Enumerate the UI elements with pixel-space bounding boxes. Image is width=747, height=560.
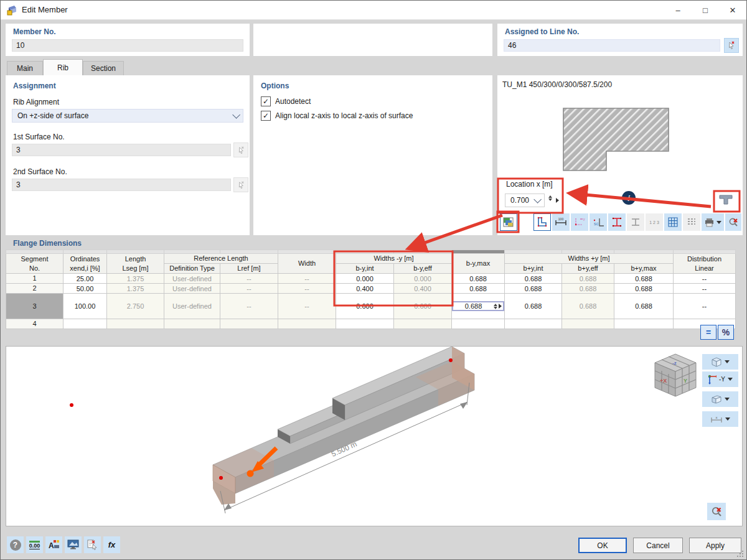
print-button[interactable] [702, 213, 724, 231]
close-button[interactable]: ✕ [719, 1, 746, 19]
cell: User-defined [164, 284, 220, 294]
minimize-button[interactable]: – [664, 1, 692, 19]
info-icon[interactable]: i [622, 191, 636, 205]
select-line-button[interactable] [724, 38, 739, 53]
cancel-button[interactable]: Cancel [633, 538, 683, 553]
row-header[interactable]: 1 [6, 274, 63, 284]
cell[interactable] [336, 319, 394, 329]
cell[interactable]: 0.688 [452, 274, 505, 284]
section-view-button[interactable] [702, 391, 738, 407]
cell[interactable]: 0.688 [614, 284, 674, 294]
cell[interactable]: 0.688 [505, 284, 562, 294]
cell[interactable]: 0.688 [614, 274, 674, 284]
section-parts-button[interactable] [627, 213, 644, 231]
equal-widths-button[interactable]: = [700, 325, 716, 340]
percent-button[interactable]: % [718, 325, 734, 340]
row-header[interactable]: 2 [6, 284, 63, 294]
display-properties-button[interactable]: A [45, 536, 62, 553]
cell[interactable] [452, 319, 505, 329]
align-z-checkbox[interactable] [261, 111, 271, 121]
view-mode-button[interactable] [702, 354, 738, 370]
section-outline-button[interactable] [533, 213, 551, 231]
axes-icon: y [574, 217, 585, 228]
chevron-down-icon [533, 195, 542, 203]
title-bar [1, 1, 746, 20]
cell-editing[interactable]: 0.688 [452, 294, 505, 319]
col-b-my-max: b-y,max [452, 254, 505, 274]
b-y-max-edit-cell[interactable]: 0.688 [452, 301, 504, 311]
cell: -- [220, 294, 278, 319]
rib-alignment-select[interactable]: On +z-side of surface [12, 109, 243, 123]
screen-capture-button[interactable] [65, 536, 82, 553]
view-direction-button[interactable]: -Y [702, 371, 738, 387]
formula-button[interactable]: fx [103, 536, 120, 553]
cell: 0.688 [562, 294, 614, 319]
cell[interactable]: 25.00 [63, 274, 107, 284]
row-header-selected[interactable]: 3 [6, 294, 63, 319]
cell[interactable]: 0.688 [614, 294, 674, 319]
decimals-icon: 0.00 [29, 541, 40, 549]
align-z-label: Align local z-axis to local z-axis of su… [275, 111, 413, 120]
ok-button[interactable]: OK [578, 538, 627, 553]
apply-button[interactable]: Apply [689, 538, 741, 553]
maximize-icon: □ [703, 6, 708, 15]
minimize-icon: – [675, 6, 680, 15]
numbering-button[interactable]: 1 2 3 [646, 213, 663, 231]
zoom-reset-button[interactable] [725, 213, 741, 231]
table-grid-button[interactable] [664, 213, 682, 231]
local-axes-button[interactable]: y [571, 213, 588, 231]
surface1-pick-button[interactable] [233, 142, 248, 157]
tab-rib[interactable]: Rib [43, 59, 83, 75]
tab-section[interactable]: Section [83, 61, 124, 75]
units-decimals-button[interactable]: 0.00 [26, 536, 43, 553]
viewport-zoom-reset-button[interactable] [707, 503, 726, 520]
member-no-field[interactable]: 10 [12, 39, 243, 52]
cell[interactable]: 0.600 [336, 294, 394, 319]
cell: 0.400 [394, 284, 452, 294]
x-dimension-icon: x [710, 415, 723, 424]
cell[interactable] [63, 319, 107, 329]
help-button[interactable]: ? [7, 536, 24, 553]
navigation-cube[interactable]: -z +X Y [651, 352, 700, 400]
surface2-pick-button[interactable] [233, 177, 248, 192]
ok-label: OK [597, 541, 608, 550]
cell[interactable] [505, 319, 562, 329]
assigned-line-field[interactable]: 46 [504, 39, 720, 52]
dimension-display-button[interactable]: x [702, 411, 738, 427]
cell[interactable]: 0.000 [336, 274, 394, 284]
surface1-field[interactable]: 3 [12, 144, 231, 156]
section-title: TU_M1 450/300/0/300/587.5/200 [502, 80, 612, 89]
cell[interactable]: 0.688 [505, 294, 562, 319]
cell-stepper[interactable] [494, 304, 497, 309]
location-x-next-arrow[interactable] [556, 198, 559, 203]
dimensions-button[interactable]: 100 [552, 213, 570, 231]
cell[interactable]: 0.400 [336, 284, 394, 294]
cell [562, 319, 614, 329]
col-lref: Lref [m] [220, 264, 278, 274]
cell[interactable]: 0.688 [505, 274, 562, 284]
tab-main[interactable]: Main [7, 61, 43, 75]
cell-expand-arrow[interactable] [499, 304, 502, 309]
maximize-button[interactable]: □ [692, 1, 719, 19]
stress-points-button[interactable] [608, 213, 626, 231]
section-render-mode-button[interactable] [500, 213, 517, 231]
cell[interactable] [614, 319, 674, 329]
surface2-field[interactable]: 3 [12, 179, 231, 191]
cell[interactable]: 50.00 [63, 284, 107, 294]
cancel-label: Cancel [646, 541, 669, 550]
viewport-3d[interactable]: 5.500 m -z +X Y [6, 346, 743, 526]
resize-grip[interactable] [737, 551, 745, 558]
location-x-stepper[interactable] [548, 195, 552, 201]
autodetect-checkbox[interactable] [261, 96, 271, 106]
cell [394, 319, 452, 329]
cell[interactable]: 0.688 [452, 284, 505, 294]
rib-section-button[interactable] [716, 191, 735, 208]
cell[interactable]: 100.00 [63, 294, 107, 319]
row-header[interactable]: 4 [6, 319, 63, 329]
list-values-button[interactable] [683, 213, 700, 231]
default-values-button[interactable] [84, 536, 101, 553]
cell [220, 319, 278, 329]
location-x-select[interactable]: 0.700 [505, 194, 545, 207]
shear-center-button[interactable]: SC [590, 213, 607, 231]
colgroup-widths-minus-y: Widths -y [m] [336, 254, 452, 264]
